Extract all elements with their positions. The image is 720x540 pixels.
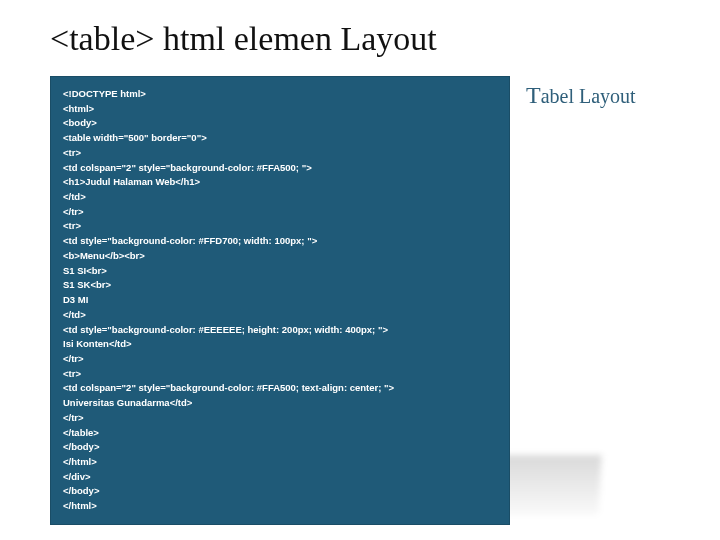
caption-first: T xyxy=(526,82,541,108)
caption: Tabel Layout xyxy=(526,76,636,109)
title-rest: html elemen Layout xyxy=(154,20,436,57)
caption-rest: abel Layout xyxy=(541,85,636,107)
title-tag: <table> xyxy=(50,20,154,57)
code-block: <!DOCTYPE html> <html> <body> <table wid… xyxy=(50,76,510,525)
slide-title: <table> html elemen Layout xyxy=(50,20,670,58)
content-row: <!DOCTYPE html> <html> <body> <table wid… xyxy=(50,76,670,525)
slide-content: <table> html elemen Layout <!DOCTYPE htm… xyxy=(0,0,720,540)
